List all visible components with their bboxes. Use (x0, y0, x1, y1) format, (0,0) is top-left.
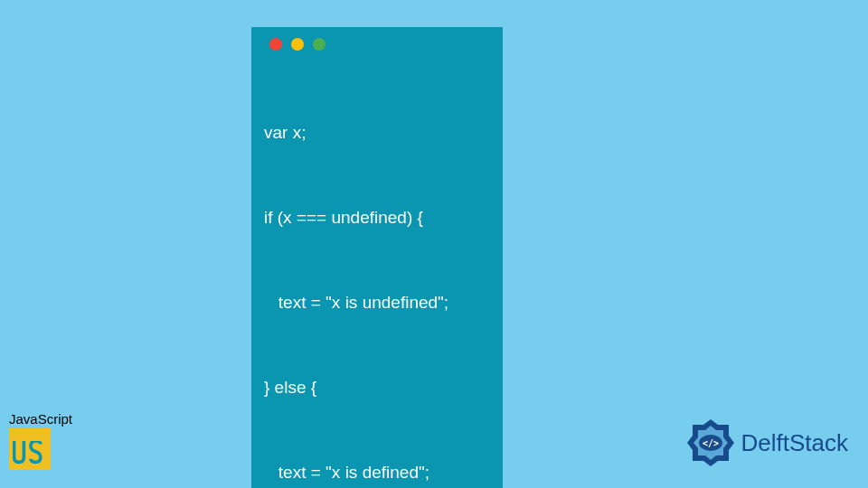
svg-text:</>: </> (702, 438, 718, 448)
code-line: var x; (264, 118, 490, 146)
delftstack-badge: </> DelftStack (685, 418, 849, 468)
code-line: if (x === undefined) { (264, 203, 490, 231)
close-dot-icon (269, 38, 282, 51)
code-window: var x; if (x === undefined) { text = "x … (251, 27, 503, 488)
delftstack-brand-text: DelftStack (741, 429, 849, 457)
window-traffic-lights (269, 38, 490, 51)
maximize-dot-icon (313, 38, 326, 51)
code-line: } else { (264, 373, 490, 401)
javascript-logo-icon (9, 428, 51, 470)
delftstack-logo-icon: </> (685, 418, 736, 468)
javascript-label: JavaScript (9, 411, 72, 427)
code-line: text = "x is undefined"; (264, 288, 490, 316)
javascript-badge: JavaScript (9, 411, 72, 470)
code-block: var x; if (x === undefined) { text = "x … (264, 61, 490, 488)
minimize-dot-icon (291, 38, 304, 51)
code-line: text = "x is defined"; (264, 458, 490, 486)
